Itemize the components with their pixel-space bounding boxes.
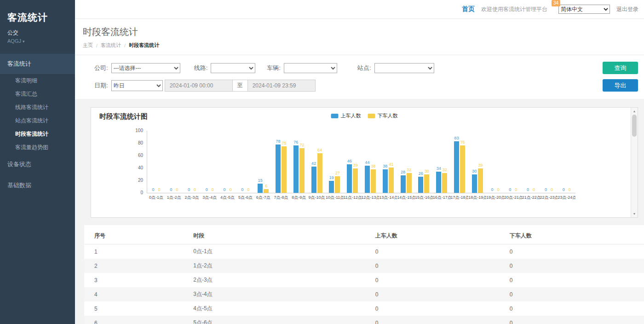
bar-value-label: 83 bbox=[454, 136, 459, 140]
bar-value-label: 0 bbox=[491, 188, 494, 192]
table-row: 43点-4点00 bbox=[84, 287, 644, 301]
bar[interactable]: 30 bbox=[472, 174, 477, 193]
station-label: 站点: bbox=[357, 64, 371, 72]
account-dropdown[interactable]: AQGJ▾ bbox=[0, 37, 75, 44]
bar[interactable]: 83 bbox=[454, 141, 459, 193]
sidebar-item[interactable]: 客流汇总 bbox=[0, 87, 75, 101]
home-link[interactable]: 首页 bbox=[462, 5, 475, 13]
bar-group: 3432 bbox=[433, 131, 451, 193]
bar-value-label: 0 bbox=[527, 188, 529, 192]
bar-value-label: 0 bbox=[212, 188, 214, 192]
bar[interactable]: 38 bbox=[383, 169, 388, 193]
sidebar-item[interactable]: 站点客流统计 bbox=[0, 114, 75, 127]
vehicle-select[interactable] bbox=[284, 63, 337, 73]
org-name: 公交 bbox=[0, 25, 75, 37]
bar[interactable]: 32 bbox=[407, 173, 412, 193]
bar-group: 7672 bbox=[290, 131, 308, 193]
bar-group: 2832 bbox=[397, 131, 415, 193]
language-select[interactable]: 简体中文 bbox=[558, 5, 610, 14]
data-table: 序号时段上车人数下车人数 10点-1点0021点-2点0032点-3点0043点… bbox=[84, 228, 644, 324]
bar-value-label: 26 bbox=[419, 172, 423, 176]
export-button[interactable]: 导出 bbox=[603, 79, 638, 92]
bar[interactable]: 15 bbox=[258, 184, 263, 193]
scroll-up-icon[interactable]: ▲ bbox=[633, 109, 636, 113]
bar-value-label: 76 bbox=[293, 140, 298, 145]
station-select[interactable] bbox=[374, 63, 434, 73]
bar[interactable]: 28 bbox=[401, 175, 406, 193]
bar[interactable]: 6 bbox=[264, 189, 269, 193]
date-range-group: 至 bbox=[165, 80, 316, 92]
bar[interactable]: 19 bbox=[329, 181, 334, 193]
bar[interactable]: 75 bbox=[282, 146, 287, 193]
x-axis-label: 20点-21点 bbox=[504, 195, 522, 201]
sidebar-item[interactable]: 客流量趋势图 bbox=[0, 141, 75, 154]
bar-value-label: 39 bbox=[478, 163, 483, 168]
date-to-input[interactable] bbox=[247, 80, 316, 92]
sidebar-item[interactable]: 客流统计 bbox=[0, 54, 75, 74]
bar[interactable]: 39 bbox=[353, 168, 358, 193]
x-axis-label: 23点-24点 bbox=[558, 195, 575, 201]
sidebar-item[interactable]: 时段客流统计 bbox=[0, 127, 75, 141]
sidebar-item[interactable]: 线路客流统计 bbox=[0, 101, 75, 114]
filter-row-date: 日期: 昨日 至 导出 bbox=[94, 79, 638, 92]
bar[interactable]: 46 bbox=[347, 164, 352, 193]
sidebar-menu: 客流统计客流明细客流汇总线路客流统计站点客流统计时段客流统计客流量趋势图设备状态… bbox=[0, 54, 75, 196]
breadcrumb-item[interactable]: 客流统计 bbox=[101, 42, 121, 49]
bar-value-label: 0 bbox=[515, 188, 517, 192]
bar[interactable]: 76 bbox=[293, 145, 299, 193]
breadcrumb-item[interactable]: 主页 bbox=[83, 42, 93, 49]
table-cell: 1点-2点 bbox=[190, 259, 373, 273]
y-axis-tick: 40 bbox=[138, 165, 143, 171]
scrollbar-thumb[interactable] bbox=[632, 115, 637, 137]
date-from-input[interactable] bbox=[165, 80, 233, 92]
x-axis-label: 8点-9点 bbox=[290, 195, 308, 201]
bar[interactable]: 32 bbox=[442, 173, 447, 193]
bar-value-label: 34 bbox=[437, 167, 441, 171]
bar[interactable]: 26 bbox=[418, 177, 423, 193]
line-select[interactable] bbox=[211, 63, 255, 73]
table-cell: 0 bbox=[507, 273, 644, 287]
table-cell: 0 bbox=[373, 259, 507, 273]
bar[interactable]: 27 bbox=[335, 176, 340, 193]
sidebar-item[interactable]: 客流明细 bbox=[0, 74, 75, 87]
x-axis-label: 0点-1点 bbox=[147, 195, 165, 201]
bar[interactable]: 44 bbox=[365, 166, 370, 193]
bar-group: 4264 bbox=[308, 131, 326, 193]
table-cell: 0 bbox=[507, 244, 644, 259]
x-axis-label: 16点-17点 bbox=[433, 195, 451, 201]
bar[interactable]: 34 bbox=[436, 172, 441, 193]
bar[interactable]: 42 bbox=[311, 167, 316, 193]
legend-item[interactable]: 下车人数 bbox=[368, 112, 398, 119]
chart-scrollbar[interactable]: ▲ ▼ bbox=[631, 108, 638, 217]
bar[interactable]: 64 bbox=[317, 153, 322, 193]
bar-value-label: 76 bbox=[460, 140, 465, 145]
x-axis-label: 21点-22点 bbox=[522, 195, 540, 201]
bar-value-label: 15 bbox=[258, 179, 263, 183]
sidebar-item[interactable]: 基础数据 bbox=[0, 175, 75, 196]
bar[interactable]: 39 bbox=[478, 168, 483, 193]
bar[interactable]: 76 bbox=[460, 145, 465, 193]
sidebar-item[interactable]: 设备状态 bbox=[0, 154, 75, 174]
bar[interactable]: 30 bbox=[424, 174, 429, 193]
scroll-down-icon[interactable]: ▼ bbox=[633, 212, 636, 216]
query-button[interactable]: 查询 bbox=[603, 62, 638, 74]
bar[interactable]: 38 bbox=[371, 169, 376, 193]
table-cell: 0 bbox=[507, 301, 644, 316]
bar[interactable]: 78 bbox=[276, 145, 281, 193]
bar-value-label: 0 bbox=[152, 188, 154, 192]
bar-group: 1927 bbox=[326, 131, 344, 193]
bar-group: 4639 bbox=[344, 131, 362, 193]
bar[interactable]: 41 bbox=[389, 168, 394, 193]
y-axis-tick: 80 bbox=[138, 140, 143, 146]
app-root: 客流统计 公交 AQGJ▾ 客流统计客流明细客流汇总线路客流统计站点客流统计时段… bbox=[0, 0, 644, 324]
filter-row-selects: 公司: ---请选择--- 线路: 车辆: 站点: 查询 bbox=[94, 62, 638, 74]
x-axis-label: 19点-20点 bbox=[486, 195, 504, 201]
logout-link[interactable]: 退出登录 bbox=[616, 6, 638, 13]
company-select[interactable]: ---请选择--- bbox=[111, 63, 180, 73]
bar[interactable]: 72 bbox=[299, 148, 305, 193]
legend-item[interactable]: 上车人数 bbox=[331, 112, 361, 119]
table-cell: 1 bbox=[84, 244, 190, 259]
date-preset-select[interactable]: 昨日 bbox=[111, 80, 163, 91]
page-heading: 时段客流统计 主页/客流统计/时段客流统计 bbox=[75, 19, 644, 55]
bar-value-label: 0 bbox=[533, 188, 535, 192]
